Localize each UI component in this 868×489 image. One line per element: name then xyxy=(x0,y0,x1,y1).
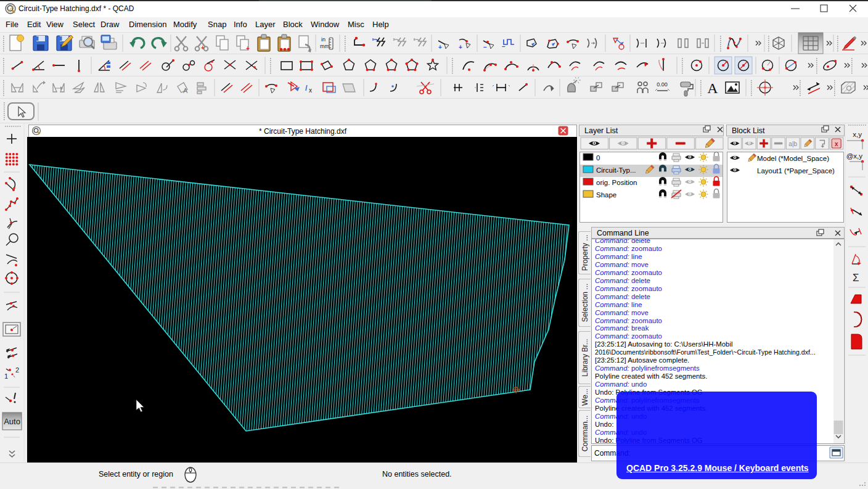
svg-text:x,y: x,y xyxy=(853,131,862,138)
svg-text:+: + xyxy=(459,44,462,51)
svg-text:−: − xyxy=(483,44,487,51)
svg-text:+: + xyxy=(201,44,205,51)
svg-text:2: 2 xyxy=(15,366,19,374)
svg-text:Auto: Auto xyxy=(4,417,20,426)
svg-text:mm: mm xyxy=(320,43,329,49)
svg-text:+: + xyxy=(246,45,250,52)
svg-text:1: 1 xyxy=(4,372,8,380)
svg-text:A: A xyxy=(707,80,718,96)
svg-text:a|b: a|b xyxy=(788,141,797,147)
svg-text:0.00: 0.00 xyxy=(657,81,668,88)
svg-text:x: x xyxy=(309,87,312,94)
svg-text:A: A xyxy=(183,87,188,94)
svg-text:/: / xyxy=(305,83,308,92)
svg-text:Σ: Σ xyxy=(853,272,859,284)
svg-text:in: in xyxy=(321,36,326,43)
svg-text:+: + xyxy=(438,44,442,51)
svg-text:@x,y: @x,y xyxy=(846,152,863,160)
svg-text:x: x xyxy=(835,141,838,147)
svg-text:−: − xyxy=(502,43,506,50)
